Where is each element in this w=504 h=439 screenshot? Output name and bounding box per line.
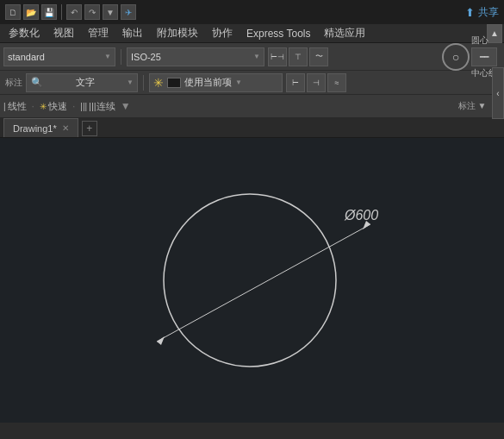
save-icon[interactable]: 💾: [41, 4, 57, 20]
extra-buttons-row2: ⊢ ⊣ ≈: [286, 73, 346, 92]
toolbar-left-section: standard ▼ ISO-25 ▼ ⊢⊣ ⊤ 〜: [3, 47, 439, 66]
text-value: 文字: [76, 76, 95, 89]
annotation-label-row2: 标注: [5, 77, 22, 89]
iso-dropdown-arrow: ▼: [253, 53, 260, 60]
row3-expand[interactable]: ▼: [121, 100, 131, 112]
arrow-dropdown-icon[interactable]: ▼: [103, 4, 118, 20]
redo-icon[interactable]: ↷: [84, 4, 100, 20]
share-area[interactable]: ⬆ 共享: [465, 5, 499, 20]
menu-item-fujiamokuai[interactable]: 附加模块: [150, 24, 205, 42]
annotation-label-row3: 标注 ▼: [458, 100, 487, 112]
undo-icon[interactable]: ↶: [66, 4, 82, 20]
share-icon: ⬆: [465, 6, 475, 19]
dim-tool-3[interactable]: 〜: [309, 47, 328, 66]
toolbar-row3: | 线性 · ✳ 快速 · ||| |||连续 ▼ 标注 ▼ »: [0, 95, 504, 117]
biaozhu-label: 标注: [5, 77, 22, 89]
menu-item-xiezuo[interactable]: 协作: [205, 24, 240, 42]
sun-icon: ✳: [153, 76, 164, 90]
toolbar-area: standard ▼ ISO-25 ▼ ⊢⊣ ⊤ 〜 ○ 圆心: [0, 43, 504, 117]
dim-tool-2[interactable]: ⊤: [289, 47, 308, 66]
quick-icon: ✳: [40, 102, 47, 111]
text-search-btn[interactable]: 🔍: [30, 73, 44, 92]
menu-bar: 参数化 视图 管理 输出 附加模块 协作 Express Tools 精选应用 …: [0, 24, 504, 43]
title-bar-icons: 🗋 📂 💾 ↶ ↷ ▼ ✈: [5, 4, 136, 20]
panel-expand-btn[interactable]: ‹: [492, 67, 504, 119]
toolbar-row1: standard ▼ ISO-25 ▼ ⊢⊣ ⊤ 〜 ○ 圆心: [0, 43, 504, 71]
open-icon[interactable]: 📂: [23, 4, 39, 20]
title-bar: 🗋 📂 💾 ↶ ↷ ▼ ✈ ⬆ 共享: [0, 0, 504, 24]
style-dropdown[interactable]: standard ▼: [3, 47, 115, 66]
sep2: [143, 75, 144, 91]
toolbar-row2: 标注 🔍 文字 ▼ ✳ 使用当前项 ▼ ⊢ ⊣ ≈: [0, 71, 504, 95]
menu-item-express-tools[interactable]: Express Tools: [240, 26, 317, 41]
style-value: standard: [8, 52, 45, 62]
current-dropdown[interactable]: ✳ 使用当前项 ▼: [149, 73, 283, 92]
diameter-label: Ø600: [344, 208, 378, 223]
centerline-btn[interactable]: ━━: [471, 47, 497, 66]
color-swatch: [167, 78, 181, 88]
continuous-icon: |||: [80, 102, 87, 111]
dim-tool-buttons-row1: ⊢⊣ ⊤ 〜: [268, 47, 328, 66]
continuous-label: |||连续: [89, 100, 115, 113]
menu-item-canshuhua[interactable]: 参数化: [2, 24, 47, 42]
add-tab-btn[interactable]: +: [82, 121, 97, 136]
style-dropdown-arrow: ▼: [104, 53, 111, 60]
current-dropdown-arrow: ▼: [235, 78, 242, 86]
menu-item-guanli[interactable]: 管理: [81, 24, 115, 42]
btn-r2-2[interactable]: ⊣: [307, 73, 326, 92]
circle-label: 圆心: [471, 34, 497, 47]
dim-tool-1[interactable]: ⊢⊣: [268, 47, 287, 66]
row3-sep2: ·: [72, 100, 75, 112]
tab-bar: Drawing1* ✕ +: [0, 117, 504, 138]
quick-label: 快速: [48, 100, 67, 113]
row3-sep1: ·: [32, 100, 34, 112]
menu-item-jingxuan[interactable]: 精选应用: [317, 24, 372, 42]
share-label: 共享: [478, 5, 499, 20]
canvas-area: Ø600: [0, 138, 504, 423]
menu-item-shuchu[interactable]: 输出: [115, 24, 150, 42]
tab-close-icon[interactable]: ✕: [62, 123, 69, 133]
linear-icon: |: [3, 102, 6, 111]
btn-r2-3[interactable]: ≈: [327, 73, 346, 92]
btn-r2-1[interactable]: ⊢: [286, 73, 305, 92]
row3-continuous[interactable]: ||| |||连续: [80, 100, 115, 113]
text-dropdown-arrow: ▼: [127, 78, 134, 86]
drawing-svg: Ø600: [0, 138, 504, 423]
menu-item-shitu[interactable]: 视图: [47, 24, 81, 42]
drawing-circle: [164, 194, 336, 367]
current-label: 使用当前项: [184, 76, 232, 89]
row3-quick[interactable]: ✳ 快速: [40, 100, 67, 113]
send-icon[interactable]: ✈: [121, 4, 136, 20]
drawing1-tab[interactable]: Drawing1* ✕: [3, 118, 78, 137]
sep1: [121, 49, 121, 65]
row3-linear[interactable]: | 线性: [3, 100, 27, 113]
new-icon[interactable]: 🗋: [5, 4, 21, 20]
diameter-line: [157, 224, 370, 342]
circle-dim-btn[interactable]: ○: [442, 43, 470, 71]
tab-label: Drawing1*: [13, 123, 57, 134]
linear-label: 线性: [8, 100, 27, 113]
iso-dropdown[interactable]: ISO-25 ▼: [127, 47, 264, 66]
text-dropdown[interactable]: 🔍 文字 ▼: [26, 73, 138, 92]
iso-value: ISO-25: [131, 52, 161, 62]
